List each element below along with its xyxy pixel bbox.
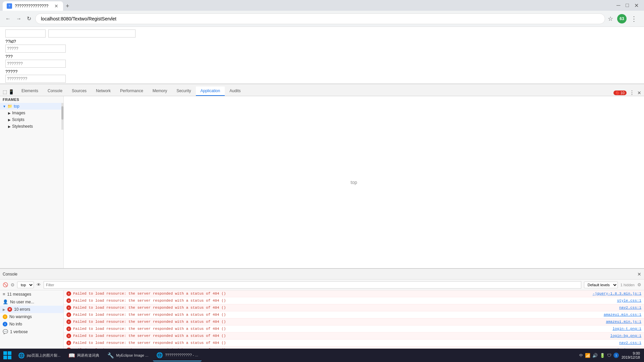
- file-link[interactable]: nav2.css:1: [619, 306, 641, 310]
- console-settings-icon[interactable]: ⚙: [637, 282, 641, 287]
- console-message-row: ✕ Failed to load resource: the server re…: [64, 333, 644, 340]
- taskbar-chrome-label: ????????????? - ...: [165, 353, 198, 357]
- devtools-close-button[interactable]: ✕: [637, 90, 641, 96]
- devtools-more-button[interactable]: ⋮: [629, 89, 635, 96]
- devtools-inspect-icon[interactable]: ⬚: [3, 89, 7, 95]
- tab-memory[interactable]: Memory: [148, 86, 172, 96]
- url-input[interactable]: [35, 13, 605, 24]
- ie-icon: 🌐: [18, 352, 25, 359]
- minimize-button[interactable]: ─: [616, 2, 620, 9]
- close-window-button[interactable]: ✕: [634, 2, 639, 9]
- taskbar-item-dict[interactable]: 📖 网易有道词典: [65, 349, 103, 361]
- battery-icon[interactable]: 🔋: [600, 353, 605, 358]
- id-input[interactable]: [5, 45, 66, 53]
- r-label: ?????: [5, 69, 639, 74]
- taskbar-item-chrome[interactable]: 🌐 ????????????? - ...: [153, 349, 201, 361]
- tab-console[interactable]: Console: [43, 86, 67, 96]
- tree-item-stylesheets[interactable]: ▶ Stylesheets: [0, 123, 63, 130]
- left-panel-scrollbar[interactable]: [61, 106, 63, 120]
- top-input-1[interactable]: [5, 29, 46, 38]
- tab-network[interactable]: Network: [91, 86, 115, 96]
- stylesheets-label: Stylesheets: [12, 124, 33, 129]
- console-message-row: ✕ Failed to load resource: the server re…: [64, 318, 644, 325]
- console-item-messages[interactable]: ≡ 11 messages: [0, 290, 63, 298]
- forward-button[interactable]: →: [15, 14, 23, 23]
- console-item-info[interactable]: i No info: [0, 320, 63, 328]
- top-input-2[interactable]: [48, 29, 136, 38]
- notification-badge: 1: [613, 353, 619, 358]
- console-item-verbose[interactable]: 💬 1 verbose: [0, 328, 63, 336]
- info-icon: i: [3, 322, 7, 326]
- user-avatar[interactable]: 63: [617, 14, 627, 23]
- q-input[interactable]: [5, 60, 66, 68]
- start-button[interactable]: [1, 349, 13, 361]
- console-header: Console ✕: [0, 269, 644, 280]
- tab-security[interactable]: Security: [172, 86, 196, 96]
- file-link[interactable]: style.css:1: [617, 299, 641, 303]
- devtools-tab-icons: ⬚ 📱: [0, 88, 17, 96]
- taskbar-dict-label: 网易有道词典: [77, 353, 99, 358]
- tab-performance[interactable]: Performance: [115, 86, 148, 96]
- console-level-select[interactable]: Default levels: [584, 282, 618, 288]
- network-icon[interactable]: 📶: [585, 353, 590, 358]
- tab-title: ???????????????: [15, 4, 48, 8]
- verbose-icon: 💬: [3, 329, 8, 334]
- menu-dots-button[interactable]: ⋮: [631, 15, 637, 23]
- page-content: ??id? ??? ?????: [0, 27, 644, 84]
- error-icon: ✕: [66, 334, 71, 338]
- reload-button[interactable]: ↻: [25, 14, 33, 23]
- tab-bar: ? ??????????????? ✕ +: [3, 0, 72, 11]
- console-clear-icon[interactable]: 🚫: [3, 282, 8, 287]
- info-label: No info: [9, 322, 22, 326]
- console-context-select[interactable]: top: [17, 282, 34, 288]
- taskbar-item-eclipse[interactable]: 🔧 MyEclipse Image ...: [104, 349, 152, 361]
- devtools-body: Frames ▼ 📁 top ▶ Images ▶ Scripts: [0, 96, 644, 268]
- file-link[interactable]: nav2.css:1: [619, 341, 641, 345]
- tree-item-images[interactable]: ▶ Images: [0, 110, 63, 116]
- right-panel-label: top: [351, 180, 357, 185]
- input-method-icon[interactable]: 中: [579, 353, 583, 358]
- tab-close-button[interactable]: ✕: [54, 3, 59, 9]
- tree-item-top[interactable]: ▼ 📁 top: [0, 103, 63, 110]
- file-link[interactable]: login-bg.png:1: [610, 334, 641, 338]
- console-eye-icon[interactable]: 👁: [37, 282, 41, 287]
- console-item-warnings[interactable]: ! No warnings: [0, 313, 63, 320]
- console-close-button[interactable]: ✕: [637, 272, 641, 277]
- top-label: top: [14, 104, 19, 109]
- maximize-button[interactable]: □: [626, 2, 629, 9]
- tab-elements[interactable]: Elements: [17, 86, 43, 96]
- console-item-user[interactable]: 👤 No user me...: [0, 298, 63, 306]
- tree-item-scripts[interactable]: ▶ Scripts: [0, 116, 63, 123]
- frames-header: Frames: [0, 96, 63, 103]
- console-item-errors[interactable]: ▶ ✕ 10 errors: [0, 306, 63, 313]
- console-filter-icon[interactable]: ⊙: [11, 282, 14, 287]
- r-label-row: ?????: [5, 69, 639, 83]
- taskbar-item-ie[interactable]: 🌐 jsp页面上的图片裂...: [15, 349, 64, 361]
- bookmark-star-icon[interactable]: ☆: [608, 15, 613, 22]
- sound-icon[interactable]: 🔊: [592, 353, 598, 358]
- error-icon: ✕: [66, 319, 71, 324]
- file-link[interactable]: -jquery-1.8.3.min.js:1: [593, 292, 641, 296]
- file-link[interactable]: amazeui.min.js:1: [606, 320, 641, 324]
- active-tab[interactable]: ? ??????????????? ✕: [3, 1, 63, 11]
- browser-titlebar: ? ??????????????? ✕ + ─ □ ✕: [0, 0, 644, 11]
- devtools-device-icon[interactable]: 📱: [8, 89, 14, 95]
- id-label-row: ??id?: [5, 39, 639, 53]
- r-input[interactable]: [5, 75, 66, 83]
- tab-sources[interactable]: Sources: [67, 86, 91, 96]
- back-button[interactable]: ←: [4, 14, 12, 23]
- windows-logo-icon: [3, 351, 11, 359]
- console-filter-input[interactable]: [44, 281, 581, 289]
- warnings-label: No warnings: [9, 314, 32, 319]
- file-link[interactable]: login-t.png:1: [612, 327, 641, 331]
- antivirus-icon[interactable]: 🛡: [607, 353, 611, 358]
- user-messages-label: No user me...: [10, 300, 34, 304]
- console-message-row: ✕ Failed to load resource: the server re…: [64, 304, 644, 311]
- new-tab-button[interactable]: +: [63, 1, 72, 11]
- error-icon: ✕: [66, 298, 71, 303]
- date-display: 2019/12/18: [622, 355, 640, 359]
- console-message-row: ✕ Failed to load resource: the server re…: [64, 340, 644, 347]
- file-link[interactable]: amazeui.min.css:1: [604, 313, 641, 317]
- tab-application[interactable]: Application: [196, 86, 225, 96]
- tab-audits[interactable]: Audits: [225, 86, 245, 96]
